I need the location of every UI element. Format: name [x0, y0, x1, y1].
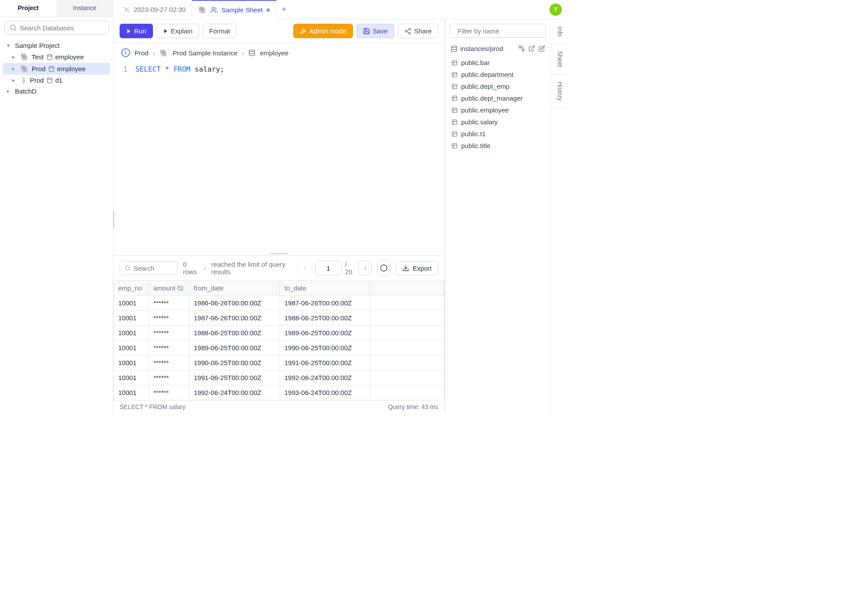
sync-icon[interactable]	[518, 45, 525, 52]
avatar[interactable]: T	[549, 4, 562, 16]
save-button[interactable]: Save	[357, 24, 394, 38]
table-item[interactable]: public.dept_manager	[449, 92, 547, 104]
tree-item[interactable]: ▸🐘Testemployee	[3, 51, 110, 63]
rail-info[interactable]: Info	[551, 19, 566, 44]
sidebar-tab-project[interactable]: Project	[0, 0, 57, 17]
sidebar: Project Instance ▾ Sample Project ▸🐘Test…	[0, 0, 113, 413]
download-icon	[402, 265, 409, 272]
svg-rect-45	[452, 131, 457, 136]
prev-page-button[interactable]: ‹	[298, 261, 312, 275]
tree-item[interactable]: ▸🐘Prodemployee	[3, 63, 110, 75]
tree-batchd[interactable]: ▸ BatchD	[3, 86, 110, 97]
editor-tab[interactable]: 🐘Sample Sheet	[192, 0, 276, 19]
results-search-input[interactable]	[134, 265, 173, 272]
instance-header: instances/prod	[445, 42, 550, 55]
edit-icon[interactable]	[538, 45, 545, 52]
run-button[interactable]: Run	[120, 24, 153, 38]
svg-line-1	[15, 29, 16, 30]
cell-blank	[371, 311, 444, 326]
column-header-amount[interactable]: Sensitive Data amount	[149, 281, 189, 296]
database-icon	[47, 77, 53, 83]
svg-point-9	[409, 28, 411, 30]
sidebar-search-input[interactable]	[20, 24, 104, 32]
wrench-icon	[300, 28, 307, 35]
share-icon	[404, 28, 411, 35]
postgres-icon: 🐘	[20, 65, 29, 73]
cell-to-date: 1990-06-25T00:00:00Z	[280, 341, 371, 355]
cell-amount: ******	[149, 326, 189, 341]
sidebar-tab-instance[interactable]: Instance	[57, 0, 113, 17]
database-icon	[451, 45, 458, 52]
table-item[interactable]: public.bar	[449, 57, 547, 69]
caret-right-icon: ▸	[12, 77, 18, 83]
cell-to-date: 1987-06-26T00:00:00Z	[280, 296, 371, 311]
add-tab-button[interactable]: +	[276, 1, 292, 18]
cell-blank	[371, 355, 444, 370]
explain-button[interactable]: Explain	[156, 24, 199, 38]
table-name: public.title	[461, 142, 491, 149]
chevron-right-icon: ›	[153, 49, 155, 57]
results-panel: 0 rows - reached the limit of query resu…	[113, 255, 444, 413]
schema-filter-input[interactable]	[458, 27, 541, 35]
database-icon	[48, 66, 55, 72]
crumb-env[interactable]: Prod	[135, 49, 149, 57]
table-name: public.employee	[461, 106, 509, 114]
crumb-instance[interactable]: Prod Sample Instance	[173, 49, 238, 57]
horizontal-resize-handle[interactable]	[113, 252, 444, 255]
table-item[interactable]: public.dept_emp	[449, 80, 547, 92]
table-row[interactable]: 10001******1990-06-25T00:00:00Z1991-06-2…	[114, 355, 444, 370]
next-page-button[interactable]: ›	[358, 261, 372, 275]
column-header-from-date[interactable]: from_date	[189, 281, 280, 296]
schema-filter[interactable]	[450, 24, 546, 38]
column-header-emp-no[interactable]: emp_no	[114, 281, 149, 296]
info-icon[interactable]: i	[121, 48, 130, 57]
page-input[interactable]	[315, 261, 342, 275]
table-row[interactable]: 10001******1992-06-24T00:00:00Z1993-06-2…	[114, 385, 444, 400]
sidebar-search[interactable]	[4, 21, 109, 35]
svg-rect-36	[452, 96, 457, 101]
table-row[interactable]: 10001******1986-06-26T00:00:00Z1987-06-2…	[114, 296, 444, 311]
table-row[interactable]: 10001******1987-06-26T00:00:00Z1988-06-2…	[114, 311, 444, 326]
visualize-button[interactable]	[377, 260, 390, 276]
svg-point-2	[47, 54, 52, 56]
save-icon	[363, 28, 370, 35]
share-label: Share	[414, 27, 432, 35]
column-header-to-date[interactable]: to_date	[280, 281, 371, 296]
rail-history[interactable]: History	[551, 75, 566, 109]
results-toolbar: 0 rows - reached the limit of query resu…	[113, 256, 444, 280]
caret-right-icon: ▸	[12, 66, 18, 72]
svg-rect-22	[519, 46, 521, 48]
rail-sheet[interactable]: Sheet	[551, 44, 566, 75]
table-item[interactable]: public.t1	[449, 128, 547, 140]
search-icon	[9, 24, 17, 32]
people-icon	[211, 7, 218, 14]
results-search[interactable]	[120, 261, 178, 275]
external-link-icon[interactable]	[528, 45, 535, 52]
table-icon	[451, 143, 458, 149]
crumb-db[interactable]: employee	[260, 49, 288, 57]
pager: ‹ / 20 ›	[298, 261, 372, 275]
cell-amount: ******	[149, 311, 189, 326]
table-item[interactable]: public.salary	[449, 116, 547, 128]
table-row[interactable]: 10001******1988-06-25T00:00:00Z1989-06-2…	[114, 326, 444, 341]
table-row[interactable]: 10001******1989-06-25T00:00:00Z1990-06-2…	[114, 341, 444, 355]
share-button[interactable]: Share	[398, 24, 438, 38]
sql-editor[interactable]: 1 SELECT * FROM salary;	[113, 62, 444, 89]
format-button[interactable]: Format	[203, 24, 237, 38]
admin-mode-button[interactable]: Admin mode	[293, 24, 353, 38]
explain-label: Explain	[171, 27, 193, 35]
cell-from-date: 1990-06-25T00:00:00Z	[189, 355, 280, 370]
table-name: public.t1	[461, 130, 486, 138]
editor-pane: Run Explain Format Admin mode Save	[113, 19, 445, 413]
editor-tab[interactable]: 2023-09-27 02:30	[117, 0, 192, 19]
table-item[interactable]: public.employee	[449, 104, 547, 116]
svg-point-10	[405, 30, 407, 32]
tree-db-label: employee	[55, 53, 84, 61]
export-button[interactable]: Export	[396, 261, 438, 275]
tree-project[interactable]: ▾ Sample Project	[3, 40, 110, 51]
table-item[interactable]: public.title	[449, 140, 547, 152]
table-row[interactable]: 10001******1991-06-25T00:00:00Z1992-06-2…	[114, 370, 444, 385]
table-item[interactable]: public.department	[449, 69, 547, 80]
sidebar-tabs: Project Instance	[0, 0, 113, 17]
tree-item[interactable]: ▸Prodd1	[3, 75, 110, 86]
